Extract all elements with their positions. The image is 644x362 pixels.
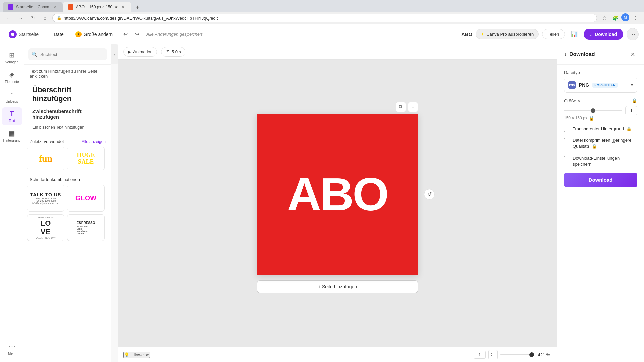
tab-canva-close[interactable]: ✕ — [52, 4, 57, 10]
browser-actions: ☆ 🧩 M ⋮ — [600, 13, 640, 23]
lock-icon: 🔒 — [57, 16, 62, 20]
sidebar-item-text[interactable]: T Text — [2, 107, 22, 125]
canva-pro-button[interactable]: ✦ Canva Pro ausprobieren — [476, 29, 539, 39]
address-url: https://www.canva.com/design/DAE4WOR3lts… — [64, 16, 593, 21]
tab-abo[interactable]: ABO – 150 px × 150 px ✕ — [63, 2, 131, 12]
size-slider[interactable] — [564, 110, 622, 111]
text-panel: 🔍 Text zum Hinzufügen zu Ihrer Seite ank… — [24, 44, 111, 362]
home-link[interactable]: Startseite — [5, 28, 42, 40]
home-label: Startseite — [19, 32, 39, 37]
file-type-select[interactable]: PNG PNG EMPFOHLEN ▾ — [564, 78, 637, 93]
vorlagen-label: Vorlagen — [5, 60, 18, 64]
combo-talk-content: TALK TO US (04) 298 3985 2092 +76 209 10… — [30, 192, 61, 204]
zoom-slider[interactable] — [500, 354, 534, 355]
download-button[interactable]: ↓ Download — [584, 29, 623, 40]
mehr-icon: ⋯ — [9, 342, 15, 350]
download-icon: ↓ — [590, 32, 592, 37]
compress-lock-icon: 🔒 — [592, 144, 597, 149]
font-preview-fun[interactable]: fun — [27, 147, 64, 170]
share-button[interactable]: Teilen — [542, 29, 565, 39]
view-all-button[interactable]: Alle anzeigen — [82, 139, 106, 144]
save-settings-label: Download-Einstellungen speichern — [573, 155, 637, 167]
hints-icon: 💡 — [124, 352, 129, 357]
undo-redo-group: ↩ ↪ — [120, 29, 142, 40]
address-bar[interactable]: 🔒 https://www.canva.com/design/DAE4WOR3l… — [52, 14, 597, 22]
sidebar-item-vorlagen[interactable]: ⊞ Vorlagen — [2, 48, 22, 67]
hints-button[interactable]: 💡 Hinweise — [123, 352, 150, 358]
refresh-button[interactable]: ↻ — [28, 13, 38, 23]
copy-page-button[interactable]: ⧉ — [396, 102, 406, 112]
size-thumb — [591, 108, 595, 113]
duration-button[interactable]: ⏱ 5.0 s — [161, 47, 185, 57]
search-icon: 🔍 — [32, 52, 37, 57]
sidebar-item-elemente[interactable]: ◈ Elemente — [2, 68, 22, 86]
transparent-lock-icon: 🔒 — [626, 126, 632, 131]
profile-button[interactable]: M — [621, 13, 629, 21]
animation-button[interactable]: ▶ Animation — [123, 47, 157, 57]
download-panel-header: ↓ Download ✕ — [557, 44, 644, 65]
back-button[interactable]: ← — [4, 13, 13, 23]
save-settings-row: Download-Einstellungen speichern — [564, 155, 637, 167]
forward-button[interactable]: → — [16, 13, 25, 23]
pro-star-icon: ✦ — [481, 32, 484, 37]
add-element-button[interactable]: + — [408, 102, 418, 112]
refresh-canvas-button[interactable]: ↺ — [424, 189, 435, 200]
combo-talk[interactable]: TALK TO US (04) 298 3985 2092 +76 209 10… — [27, 185, 64, 212]
hintergrund-label: Hintergrund — [3, 139, 20, 142]
bookmark-button[interactable]: ☆ — [600, 13, 609, 23]
add-body-button[interactable]: Ein bisschen Text hinzufügen — [30, 122, 106, 132]
undo-button[interactable]: ↩ — [120, 29, 131, 40]
home-button[interactable]: ⌂ — [40, 13, 50, 23]
canvas-design[interactable]: ABO — [257, 114, 418, 275]
add-heading-button[interactable]: Überschrift hinzufügen — [30, 83, 106, 106]
transparent-bg-checkbox[interactable] — [564, 127, 569, 132]
chart-button[interactable]: 📊 — [568, 28, 580, 40]
font-preview-huge[interactable]: HUGESALE — [67, 147, 105, 170]
size-label: Größe × — [564, 98, 580, 103]
combo-espresso[interactable]: ESPRESSO Americano Latte Macchiato Mocha — [67, 214, 105, 241]
page-number-input[interactable] — [474, 351, 486, 359]
combo-glow[interactable]: GLOW — [67, 185, 105, 212]
new-tab-button[interactable]: + — [132, 3, 142, 12]
panel-collapse-button[interactable]: ‹ — [111, 44, 118, 64]
size-section: Größe × 🔒 1 150 × 150 px 🔒 — [564, 98, 637, 121]
app: Startseite Datei ✦ Größe ändern ↩ ↪ Alle… — [0, 24, 644, 362]
elemente-icon: ◈ — [9, 71, 14, 79]
compress-label: Datei komprimieren (geringere Qualität) … — [573, 137, 637, 149]
download-action-button[interactable]: Download — [564, 173, 637, 187]
elemente-label: Elemente — [5, 80, 19, 84]
browser-menu-button[interactable]: ⋮ — [631, 13, 640, 23]
combo-love[interactable]: FEBRUARY 14 LOVE VALENTINE'S DAY — [27, 214, 64, 241]
download-header-icon: ↓ — [564, 51, 567, 57]
font-huge-text: HUGESALE — [77, 152, 95, 165]
text-icon: T — [10, 110, 14, 118]
resize-button[interactable]: ✦ Größe ändern — [72, 29, 116, 39]
clock-icon: ⏱ — [165, 49, 170, 54]
add-subheading-button[interactable]: Zwischenüberschrift hinzufügen — [30, 106, 106, 122]
canva-logo — [9, 30, 17, 38]
add-page-button[interactable]: + Seite hinzufügen — [257, 280, 418, 293]
extensions-button[interactable]: 🧩 — [610, 13, 620, 23]
sidebar-item-uploads[interactable]: ↑ Uploads — [2, 88, 22, 106]
font-previews: fun HUGESALE — [24, 147, 111, 174]
size-px-lock-icon: 🔒 — [589, 115, 594, 121]
download-close-button[interactable]: ✕ — [628, 50, 637, 59]
tab-abo-close[interactable]: ✕ — [120, 4, 126, 10]
tab-canva-home[interactable]: Startseite – Canva ✕ — [3, 2, 63, 12]
size-value: 1 — [625, 106, 637, 115]
recent-title: Zuletzt verwendet — [30, 139, 64, 144]
add-text-title: Text zum Hinzufügen zu Ihrer Seite ankli… — [30, 69, 106, 79]
compress-checkbox[interactable] — [564, 138, 569, 143]
more-options-button[interactable]: ··· — [627, 28, 639, 40]
sidebar-item-mehr[interactable]: ⋯ Mehr — [2, 340, 22, 358]
redo-button[interactable]: ↪ — [131, 29, 142, 40]
search-input[interactable] — [28, 48, 107, 60]
uploads-label: Uploads — [6, 100, 18, 103]
fit-button[interactable]: ⛶ — [488, 350, 498, 359]
save-settings-checkbox[interactable] — [564, 156, 569, 161]
file-menu[interactable]: Datei — [50, 29, 68, 39]
canvas-area: ▶ Animation ⏱ 5.0 s ⧉ + ABO ↺ — [118, 44, 557, 362]
resize-icon: ✦ — [75, 31, 82, 37]
sidebar-item-hintergrund[interactable]: ▦ Hintergrund — [2, 127, 22, 145]
chevron-down-icon: ▾ — [631, 83, 633, 87]
